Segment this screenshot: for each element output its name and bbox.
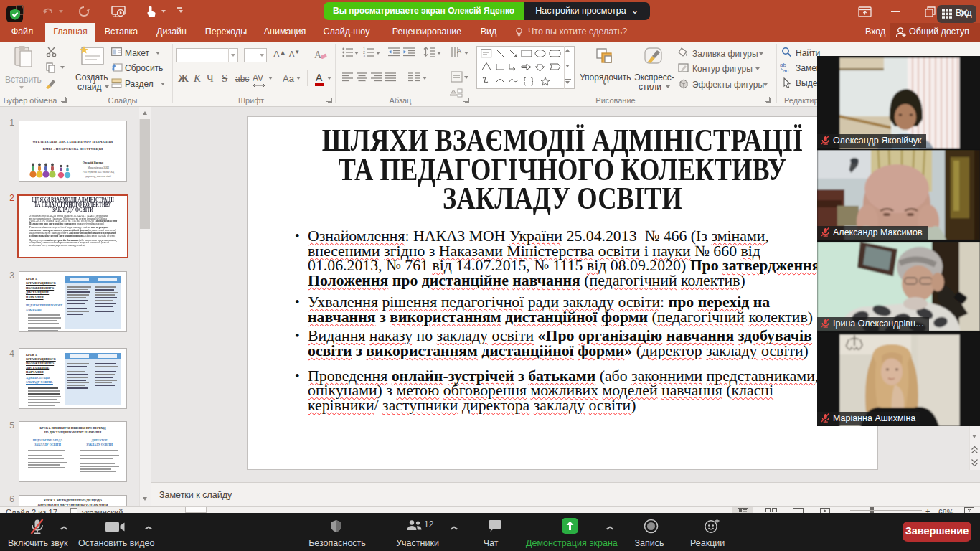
svg-text:ac: ac: [783, 67, 788, 73]
svg-text:A: A: [457, 47, 461, 55]
svg-text:А: А: [314, 50, 322, 60]
svg-text:3: 3: [363, 54, 365, 57]
